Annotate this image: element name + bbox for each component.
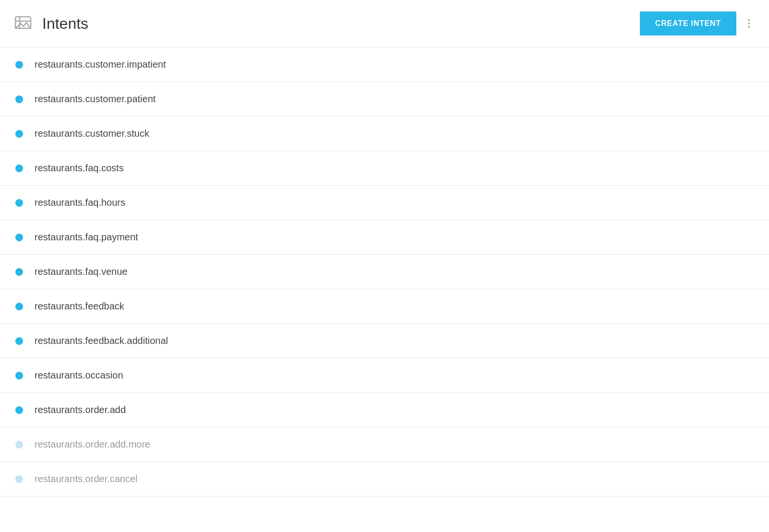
intent-dot (15, 95, 23, 103)
intent-row[interactable]: restaurants.faq.costs (0, 151, 769, 186)
intent-dot (15, 303, 23, 310)
page-title: Intents (42, 15, 88, 33)
intent-row[interactable]: restaurants.customer.stuck (0, 117, 769, 151)
intent-dot (15, 441, 23, 449)
intents-icon (12, 12, 35, 35)
intent-dot (15, 337, 23, 345)
intent-row[interactable]: restaurants.faq.hours (0, 186, 769, 220)
header-right: CREATE INTENT (640, 12, 754, 35)
intent-row[interactable]: restaurants.faq.payment (0, 220, 769, 255)
more-options-icon[interactable] (744, 15, 754, 32)
intent-row[interactable]: restaurants.faq.venue (0, 255, 769, 289)
intent-row[interactable]: restaurants.feedback.additional (0, 324, 769, 358)
intent-name: restaurants.order.add (35, 404, 126, 415)
intent-dot (15, 165, 23, 172)
intent-name: restaurants.faq.hours (35, 197, 125, 208)
intent-name: restaurants.customer.impatient (35, 59, 166, 70)
intent-dot (15, 199, 23, 207)
intent-dot (15, 268, 23, 276)
intent-name: restaurants.faq.venue (35, 266, 127, 277)
intent-name: restaurants.faq.payment (35, 232, 138, 243)
intent-dot (15, 406, 23, 414)
intent-row[interactable]: restaurants.order.add.more (0, 427, 769, 462)
header-left: Intents (12, 12, 88, 35)
page-header: Intents CREATE INTENT (0, 0, 769, 47)
intent-dot (15, 475, 23, 483)
intent-dot (15, 372, 23, 379)
intent-name: restaurants.occasion (35, 370, 123, 381)
intent-name: restaurants.customer.patient (35, 94, 156, 105)
intent-name: restaurants.feedback.additional (35, 335, 168, 346)
intent-row[interactable]: restaurants.customer.patient (0, 82, 769, 117)
create-intent-button[interactable]: CREATE INTENT (640, 12, 736, 35)
intent-row[interactable]: restaurants.order.add (0, 393, 769, 427)
intent-list: restaurants.customer.impatientrestaurant… (0, 47, 769, 497)
intent-dot (15, 234, 23, 241)
intent-row[interactable]: restaurants.customer.impatient (0, 47, 769, 82)
intent-name: restaurants.order.cancel (35, 473, 138, 485)
intent-dot (15, 61, 23, 69)
intent-row[interactable]: restaurants.order.cancel (0, 462, 769, 497)
intent-row[interactable]: restaurants.occasion (0, 358, 769, 393)
intent-row[interactable]: restaurants.feedback (0, 289, 769, 324)
intent-name: restaurants.customer.stuck (35, 128, 149, 139)
intent-name: restaurants.order.add.more (35, 439, 150, 450)
intent-name: restaurants.faq.costs (35, 163, 124, 174)
intent-name: restaurants.feedback (35, 301, 124, 312)
intent-dot (15, 130, 23, 138)
